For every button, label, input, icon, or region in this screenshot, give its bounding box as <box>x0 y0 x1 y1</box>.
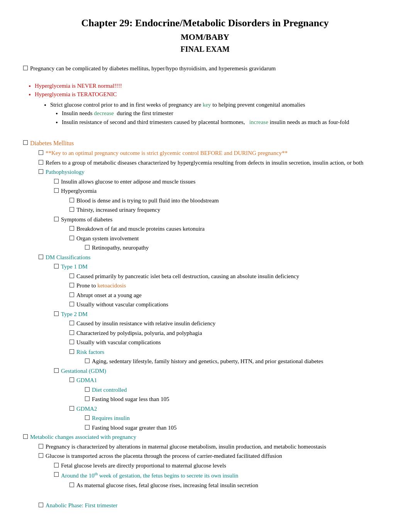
type2-row: Type 2 DM <box>23 310 387 319</box>
type1-vascular-row: Usually without vascular complications <box>23 300 387 309</box>
diabetes-title: Diabetes Mellitus <box>30 139 387 148</box>
glucose-transport-bullet <box>39 453 43 458</box>
patho-bullet <box>39 169 43 174</box>
breakdown-text: Breakdown of fat and muscle proteins cau… <box>76 224 387 233</box>
type1-prone-row: Prone to ketoacidosis <box>23 281 387 290</box>
hyperglycemia-row: Hyperglycemia <box>23 187 387 195</box>
type1-caused-row: Caused primarily by pancreatic islet bet… <box>23 272 387 281</box>
risk-aging-row: Aging, sedentary lifestyle, family histo… <box>23 357 387 366</box>
gdma1-bullet <box>69 377 74 382</box>
key-statement-text: **Key to an optimal pregnancy outcome is… <box>46 149 387 158</box>
increase-highlight: increase <box>249 119 268 125</box>
requires-insulin-text: Requires insulin <box>92 414 387 423</box>
sub-bullet-1: Strict glucose control prior to and in f… <box>50 100 387 109</box>
dm-class-title: DM Classifications <box>46 253 387 262</box>
sub-sub-bullet-2: Insulin resistance of second and third t… <box>62 118 387 127</box>
glucose-transport-text: Glucose is transported across the placen… <box>46 452 387 461</box>
dm-class-row: DM Classifications <box>23 253 387 262</box>
type1-caused-text: Caused primarily by pancreatic islet bet… <box>76 272 387 281</box>
hyperglycemia-label: Hyperglycemia <box>61 187 387 195</box>
diabetes-bullet <box>23 140 28 145</box>
fasting-105-bullet <box>85 396 90 401</box>
blood-dense-row: Blood is dense and is trying to pull flu… <box>23 196 387 205</box>
gdm-row: Gestational (GDM) <box>23 367 387 376</box>
hyper-subbullets: Strict glucose control prior to and in f… <box>23 100 387 127</box>
fasting-105-text: Fasting blood sugar less than 105 <box>92 395 387 404</box>
type1-bullet <box>54 264 59 269</box>
gdma1-title: GDMA1 <box>76 376 387 385</box>
organ-text: Organ system involvement <box>76 234 387 243</box>
title-line2: MOM/BABY <box>23 31 387 43</box>
superscript-th: th <box>95 471 98 476</box>
glucose-transport-row: Glucose is transported across the placen… <box>23 452 387 461</box>
thirsty-row: Thirsty, increased urinary frequency <box>23 206 387 214</box>
fasting-greater-row: Fasting blood sugar greater than 105 <box>23 423 387 432</box>
requires-insulin-row: Requires insulin <box>23 414 387 423</box>
intro-section: Pregnancy can be complicated by diabetes… <box>23 64 387 73</box>
sub-sub-bullets: Insulin needs decrease during the first … <box>50 109 387 126</box>
week10-text: Around the 10th week of gestation, the f… <box>61 471 387 480</box>
hyperglycemia-list: Hyperglycemia is NEVER normal!!!! Hyperg… <box>23 82 387 99</box>
type1-prone-text: Prone to ketoacidosis <box>76 281 387 290</box>
key-statement-row: **Key to an optimal pregnancy outcome is… <box>23 149 387 158</box>
diet-controlled-row: Diet controlled <box>23 386 387 394</box>
thirsty-text: Thirsty, increased urinary frequency <box>76 206 387 214</box>
refers-to-bullet <box>39 160 43 165</box>
breakdown-bullet <box>69 226 74 231</box>
type1-abrupt-text: Abrupt onset at a young age <box>76 291 387 300</box>
intro-text: Pregnancy can be complicated by diabetes… <box>30 64 387 73</box>
key-statement-bullet <box>39 150 43 155</box>
metabolic-title: Metabolic changes associated with pregna… <box>30 433 387 442</box>
type2-char-bullet <box>69 330 74 335</box>
anabolic-row: Anabolic Phase: First trimester <box>23 501 387 510</box>
hyperglycemia-text-2: Hyperglycemia is TERATOGENIC <box>35 91 117 97</box>
diabetes-section: Diabetes Mellitus **Key to an optimal pr… <box>23 139 387 432</box>
type2-char-row: Characterized by polydipsia, polyuria, a… <box>23 329 387 338</box>
blood-dense-text: Blood is dense and is trying to pull flu… <box>76 196 387 205</box>
diet-controlled-bullet <box>85 387 90 392</box>
gdma2-title: GDMA2 <box>76 405 387 413</box>
week10-row: Around the 10th week of gestation, the f… <box>23 471 387 480</box>
risk-aging-text: Aging, sedentary lifestyle, family histo… <box>92 357 387 366</box>
type2-vascular-bullet <box>69 340 74 344</box>
type1-title: Type 1 DM <box>61 262 387 271</box>
type2-title: Type 2 DM <box>61 310 387 319</box>
hyperglycemia-text-1: Hyperglycemia is NEVER normal!!!! <box>35 83 122 89</box>
refers-to-row: Refers to a group of metabolic diseases … <box>23 158 387 167</box>
retinopathy-text: Retinopathy, neuropathy <box>92 243 387 252</box>
pregnancy-char-row: Pregnancy is characterized by alteration… <box>23 442 387 451</box>
anabolic-section: Anabolic Phase: First trimester <box>23 501 387 510</box>
fasting-greater-bullet <box>85 425 90 430</box>
type1-abrupt-bullet <box>69 292 74 297</box>
gdm-title: Gestational (GDM) <box>61 367 387 376</box>
metabolic-title-row: Metabolic changes associated with pregna… <box>23 433 387 442</box>
fasting-105-row: Fasting blood sugar less than 105 <box>23 395 387 404</box>
fetal-glucose-row: Fetal glucose levels are directly propor… <box>23 461 387 470</box>
hyperglycemia-item-2: Hyperglycemia is TERATOGENIC <box>35 90 387 99</box>
ketoacidosis-highlight: ketoacidosis <box>97 282 126 289</box>
intro-bullet <box>23 66 28 70</box>
type1-prone-bullet <box>69 283 74 287</box>
metabolic-bullet <box>23 434 28 439</box>
pregnancy-char-text: Pregnancy is characterized by alteration… <box>46 442 387 451</box>
breakdown-row: Breakdown of fat and muscle proteins cau… <box>23 224 387 233</box>
type1-vascular-bullet <box>69 302 74 306</box>
type2-caused-row: Caused by insulin resistance with relati… <box>23 319 387 328</box>
gdma2-bullet <box>69 406 74 411</box>
intro-row: Pregnancy can be complicated by diabetes… <box>23 64 387 73</box>
blood-dense-bullet <box>69 198 74 202</box>
type2-vascular-text: Usually with vascular complications <box>76 338 387 347</box>
dm-class-bullet <box>39 255 43 259</box>
type1-row: Type 1 DM <box>23 262 387 271</box>
insulin-glucose-bullet <box>54 179 59 184</box>
symptoms-label: Symptoms of diabetes <box>61 215 387 224</box>
anabolic-bullet <box>39 503 43 507</box>
anabolic-title: Anabolic Phase: First trimester <box>46 501 387 510</box>
fetal-glucose-rises-row: As maternal glucose rises, fetal glucose… <box>23 481 387 490</box>
fetal-glucose-bullet <box>54 463 59 467</box>
risk-factors-title: Risk factors <box>76 348 387 357</box>
page-header: Chapter 29: Endocrine/Metabolic Disorder… <box>23 15 387 55</box>
fetal-glucose-rises-bullet <box>69 483 74 487</box>
fetal-glucose-rises-text: As maternal glucose rises, fetal glucose… <box>76 481 387 490</box>
hyperglycemia-item-1: Hyperglycemia is NEVER normal!!!! <box>35 82 387 90</box>
